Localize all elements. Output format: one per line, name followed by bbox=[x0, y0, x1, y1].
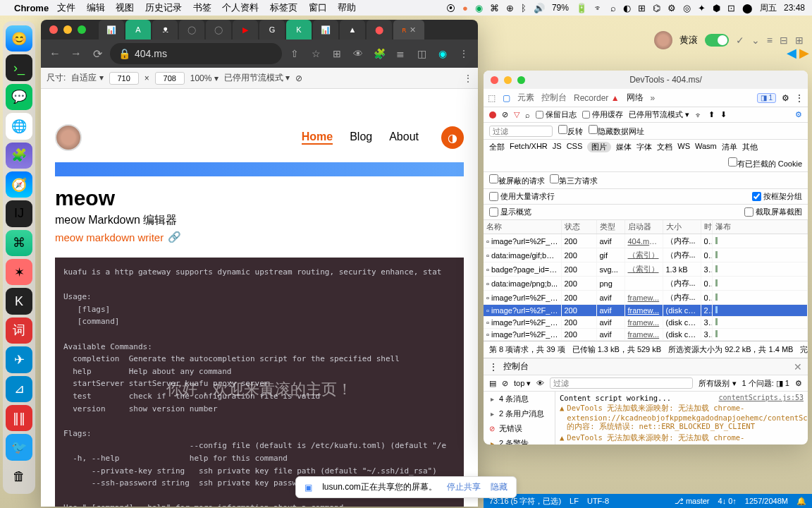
menu-edit[interactable]: 编辑 bbox=[87, 2, 105, 13]
menu-window[interactable]: 窗口 bbox=[309, 2, 327, 13]
col-initiator[interactable]: 启动器 bbox=[625, 220, 663, 234]
wifi-icon[interactable]: ᯤ bbox=[594, 3, 603, 13]
device-preset[interactable]: 自适应 ▾ bbox=[71, 72, 103, 84]
status-memory[interactable]: 1257/2048M bbox=[745, 497, 788, 506]
share-icon[interactable]: ⇧ bbox=[286, 45, 303, 62]
status-icon[interactable]: ◎ bbox=[683, 3, 691, 13]
console-sidebar-toggle-icon[interactable]: ▤ bbox=[489, 379, 496, 388]
dock-app[interactable]: ⊿ bbox=[6, 376, 32, 402]
issues-badge[interactable]: ◨ 1 bbox=[757, 93, 776, 103]
menu-profile[interactable]: 个人资料 bbox=[222, 2, 259, 13]
menubar-day[interactable]: 周五 bbox=[760, 2, 777, 14]
type-fetch[interactable]: Fetch/XHR bbox=[510, 142, 548, 152]
menu-tabs[interactable]: 标签页 bbox=[270, 2, 297, 13]
network-row[interactable]: ▫ data:image/gif;bas...200gif（索引）（内存...0… bbox=[484, 248, 808, 262]
large-rows-checkbox[interactable]: 使用大量请求行 bbox=[489, 191, 555, 202]
type-js[interactable]: JS bbox=[553, 142, 562, 152]
nav-home[interactable]: Home bbox=[302, 131, 333, 145]
status-icon[interactable]: ◉ bbox=[475, 3, 483, 13]
dock-app[interactable]: ‖‖ bbox=[6, 405, 32, 431]
status-lf[interactable]: LF bbox=[570, 497, 579, 505]
type-doc[interactable]: 文档 bbox=[657, 142, 672, 152]
stop-share-button[interactable]: 停止共享 bbox=[447, 481, 481, 493]
search-icon[interactable]: ⌕ bbox=[525, 111, 530, 119]
browser-tab[interactable]: K bbox=[286, 20, 312, 40]
dock-safari[interactable]: 🧭 bbox=[6, 171, 32, 198]
status-icon[interactable]: ⬤ bbox=[742, 3, 753, 13]
control-center-icon[interactable]: ⌬ bbox=[653, 3, 660, 13]
expand-icon[interactable]: ⊞ bbox=[795, 35, 804, 46]
dock-terminal[interactable]: ›_ bbox=[6, 54, 32, 80]
status-icon[interactable]: ⊕ bbox=[506, 3, 514, 13]
upload-icon[interactable]: ⬆ bbox=[708, 110, 715, 119]
console-filter-input[interactable] bbox=[550, 377, 693, 389]
browser-tab[interactable]: ◯ bbox=[206, 20, 231, 40]
device-throttle[interactable]: 已停用节流模式 ▾ bbox=[224, 72, 290, 84]
extensions-icon[interactable]: 🧩 bbox=[371, 45, 388, 62]
dock-trash[interactable]: 🗑 bbox=[6, 464, 32, 490]
settings-icon[interactable]: ⚙ bbox=[782, 93, 789, 103]
status-sync[interactable]: 4↓ 0↑ bbox=[718, 497, 737, 506]
browser-tab-active[interactable]: ʀ ✕ bbox=[393, 20, 424, 40]
browser-tab[interactable]: A bbox=[125, 20, 151, 40]
console-title[interactable]: 控制台 bbox=[503, 361, 529, 373]
throttle-select[interactable]: 已停用节流模式 ▾ bbox=[629, 109, 689, 120]
user-avatar[interactable] bbox=[654, 31, 672, 49]
col-type[interactable]: 类型 bbox=[596, 220, 625, 234]
net-settings-icon[interactable]: ⚙ bbox=[795, 110, 802, 119]
console-sidebar-item[interactable]: ▸2 条警告 bbox=[484, 436, 555, 445]
browser-tab[interactable]: ᴥ bbox=[152, 20, 178, 40]
menu-bookmarks[interactable]: 书签 bbox=[193, 2, 211, 13]
tab-elements[interactable]: 元素 bbox=[517, 92, 534, 104]
close-drawer-icon[interactable]: ✕ bbox=[794, 361, 802, 373]
network-row[interactable]: ▫ image?url=%2F_n...200avifframew...(dis… bbox=[484, 305, 808, 317]
context-select[interactable]: top ▾ bbox=[514, 379, 531, 388]
dock-telegram[interactable]: ✈ bbox=[6, 346, 32, 373]
console-sidebar-item[interactable]: ▸2 条用户消息 bbox=[484, 406, 555, 421]
invert-checkbox[interactable]: 反转 bbox=[558, 125, 583, 137]
download-icon[interactable]: ⬇ bbox=[720, 110, 727, 119]
col-name[interactable]: 名称 bbox=[484, 220, 561, 234]
overview-checkbox[interactable]: 显示概览 bbox=[489, 207, 531, 217]
browser-tab[interactable]: ▶ bbox=[233, 20, 258, 40]
dock-wechat[interactable]: 💬 bbox=[6, 84, 32, 110]
console-settings-icon[interactable]: ⚙ bbox=[795, 379, 802, 388]
console-sidebar-item[interactable]: ⊘无错误 bbox=[484, 421, 555, 436]
disable-cache-checkbox[interactable]: 停用缓存 bbox=[582, 109, 623, 120]
blocked-req-checkbox[interactable]: 被屏蔽的请求 bbox=[489, 174, 545, 186]
type-manifest[interactable]: 清单 bbox=[722, 142, 737, 152]
browser-tab[interactable]: 📊 bbox=[99, 20, 124, 40]
issues-link[interactable]: 1 个问题: ◨ 1 bbox=[742, 378, 789, 389]
menu-file[interactable]: 文件 bbox=[57, 2, 75, 13]
type-img[interactable]: 图片 bbox=[587, 142, 611, 152]
status-icon[interactable]: ⦿ bbox=[446, 3, 455, 13]
close-window-icon[interactable] bbox=[491, 76, 498, 84]
dock-app[interactable]: 词 bbox=[6, 318, 32, 344]
browser-tab[interactable]: ◯ bbox=[179, 20, 204, 40]
status-icon[interactable]: ⊞ bbox=[638, 3, 646, 13]
search-icon[interactable]: ⌕ bbox=[610, 3, 616, 13]
dock-app[interactable]: ✶ bbox=[6, 259, 32, 285]
console-menu-icon[interactable]: ⋮ bbox=[489, 362, 498, 372]
device-menu-icon[interactable]: ⋮ bbox=[464, 73, 472, 83]
reload-button[interactable]: ⟳ bbox=[89, 45, 106, 62]
status-icon[interactable]: ● bbox=[462, 3, 468, 13]
status-icon[interactable]: ⊡ bbox=[727, 3, 735, 13]
wifi-icon[interactable]: ᯤ bbox=[695, 111, 703, 119]
network-row[interactable]: ▫ image?url=%2F_n...200avifframew...（内存.… bbox=[484, 291, 808, 305]
maximize-window-icon[interactable] bbox=[78, 25, 86, 34]
tabs-overflow-icon[interactable]: » bbox=[651, 93, 656, 103]
col-time[interactable]: 时 bbox=[701, 220, 712, 234]
status-branch[interactable]: ⎇ master bbox=[675, 497, 710, 506]
type-font[interactable]: 字体 bbox=[636, 142, 652, 152]
blocked-cookie-checkbox[interactable]: 有已拦截的 Cookie bbox=[728, 157, 802, 169]
network-row[interactable]: ▫ image?url=%2F_n...200avifframew...(dis… bbox=[484, 329, 808, 341]
panel-icon[interactable]: ◫ bbox=[413, 45, 430, 62]
bluetooth-icon[interactable]: ᛒ bbox=[521, 3, 527, 13]
live-expr-icon[interactable]: 👁 bbox=[536, 379, 544, 387]
chevron-down-icon[interactable]: ⌄ bbox=[751, 35, 760, 46]
dock-app[interactable]: K bbox=[6, 288, 32, 314]
levels-select[interactable]: 所有级别 ▾ bbox=[699, 378, 736, 389]
record-icon[interactable] bbox=[489, 111, 496, 119]
menubar-time[interactable]: 23:48 bbox=[784, 3, 805, 13]
